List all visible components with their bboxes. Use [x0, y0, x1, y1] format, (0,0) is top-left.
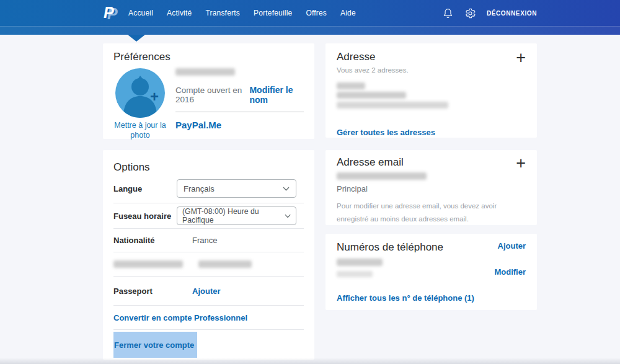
redacted-row: [113, 252, 304, 277]
nav-item-offres[interactable]: Offres: [306, 9, 327, 17]
address-card: Adresse + Vous avez 2 adresses. Gérer to…: [326, 43, 537, 138]
language-select[interactable]: Français: [177, 179, 296, 198]
timezone-row: Fuseau horaire (GMT-08:00) Heure du Paci…: [113, 203, 304, 229]
preferences-title: Préférences: [113, 51, 304, 63]
language-select-value: Français: [184, 184, 215, 193]
language-row: Langue Français: [113, 174, 304, 203]
nationality-label: Nationalité: [113, 236, 177, 245]
logout-button[interactable]: DÉCONNEXION: [487, 10, 537, 17]
nav-item-activite[interactable]: Activité: [167, 9, 192, 17]
nav-item-aide[interactable]: Aide: [340, 9, 356, 17]
avatar[interactable]: +: [115, 68, 165, 118]
add-address-icon[interactable]: +: [516, 51, 526, 64]
active-tab-caret: [128, 35, 145, 42]
modify-phone-link[interactable]: Modifier: [494, 267, 526, 277]
add-phone-link[interactable]: Ajouter: [498, 241, 526, 251]
redacted-address-line-3: [337, 102, 448, 109]
show-all-phones-link[interactable]: Afficher tous les n° de téléphone (1): [337, 293, 474, 303]
add-email-icon[interactable]: +: [516, 156, 526, 170]
timezone-select-value: (GMT-08:00) Heure du Pacifique: [182, 207, 285, 224]
email-card: Adresse email + Principal Pour modifier …: [326, 150, 537, 225]
close-account-link[interactable]: Fermer votre compte: [114, 340, 194, 350]
left-column: Préférences +: [103, 43, 314, 360]
convert-account-row: Convertir en compte Professionnel: [113, 306, 304, 330]
right-column: Adresse + Vous avez 2 adresses. Gérer to…: [326, 43, 537, 360]
email-title: Adresse email: [337, 156, 404, 169]
nav-item-accueil[interactable]: Accueil: [128, 9, 153, 17]
phone-card: Numéros de téléphone Ajouter Modifier Af…: [326, 234, 537, 310]
redacted-address-line-2: [337, 92, 406, 99]
passport-row: Passeport Ajouter: [113, 277, 304, 306]
timezone-select[interactable]: (GMT-08:00) Heure du Pacifique: [177, 206, 296, 225]
add-photo-plus-icon: +: [150, 88, 159, 105]
redacted-address-line-1: [337, 82, 365, 89]
chevron-down-icon: [283, 187, 290, 191]
address-title: Adresse: [337, 51, 375, 63]
email-primary-label: Principal: [337, 184, 526, 193]
convert-account-link[interactable]: Convertir en compte Professionnel: [113, 313, 247, 322]
close-account-row: Fermer votre compte: [113, 330, 304, 358]
redacted-option-value: [198, 260, 252, 268]
close-account-highlight: Fermer votre compte: [113, 332, 197, 358]
bell-icon[interactable]: [442, 7, 454, 19]
modify-name-link[interactable]: Modifier le nom: [249, 85, 304, 105]
passport-label: Passeport: [113, 286, 177, 296]
manage-addresses-link[interactable]: Gérer toutes les adresses: [337, 128, 435, 137]
redacted-phone-label: [337, 259, 383, 266]
main-menu: Accueil Activité Transferts Portefeuille…: [128, 9, 356, 17]
language-label: Langue: [113, 184, 177, 193]
svg-text:P: P: [104, 4, 114, 21]
divider: [175, 112, 304, 112]
top-nav: P P Accueil Activité Transferts Portefeu…: [0, 0, 620, 35]
redacted-user-name: [175, 68, 235, 76]
email-note-text: Pour modifier une adresse email, vous de…: [337, 200, 524, 225]
nav-sub-band: [0, 26, 620, 35]
redacted-email-address: [337, 172, 427, 180]
paypal-me-link[interactable]: PayPal.Me: [175, 120, 221, 130]
content: Préférences +: [103, 43, 620, 360]
phone-title: Numéros de téléphone: [337, 241, 443, 254]
nationality-row: Nationalité France: [113, 229, 304, 252]
nationality-value: France: [192, 236, 217, 245]
nav-item-transferts[interactable]: Transferts: [205, 9, 240, 17]
options-title: Options: [113, 150, 304, 174]
address-count-text: Vous avez 2 adresses.: [337, 66, 526, 74]
paypal-logo[interactable]: P P: [103, 4, 118, 22]
options-card: Options Langue Français Fuseau horaire (…: [103, 150, 314, 360]
nav-item-portefeuille[interactable]: Portefeuille: [254, 9, 292, 17]
gear-icon[interactable]: [464, 7, 476, 19]
redacted-option-label: [113, 260, 183, 268]
timezone-label: Fuseau horaire: [113, 211, 177, 221]
account-opened-text: Compte ouvert en 2016: [175, 86, 249, 104]
update-photo-link[interactable]: Mettre à jour la photo: [113, 121, 167, 140]
preferences-card: Préférences +: [103, 43, 314, 139]
passport-add-link[interactable]: Ajouter: [192, 286, 221, 296]
chevron-down-icon: [285, 214, 291, 218]
redacted-phone-number: [337, 271, 373, 277]
